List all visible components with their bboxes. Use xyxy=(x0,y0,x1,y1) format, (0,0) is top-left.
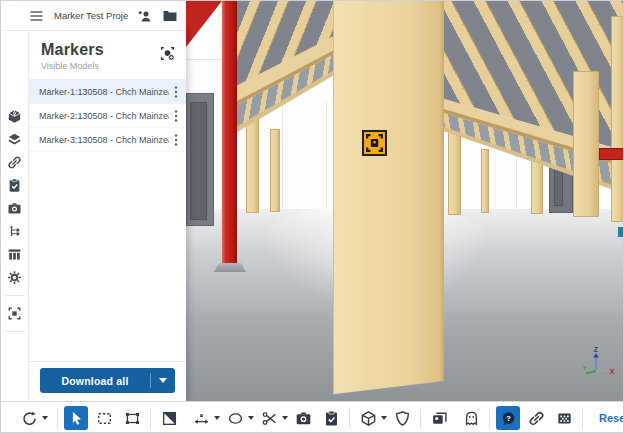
orbit-icon[interactable] xyxy=(17,406,41,430)
axis-y-label: Y xyxy=(583,365,587,371)
toolbar-divider xyxy=(349,407,350,429)
bottom-toolbar: ? Reset model xyxy=(1,401,624,433)
red-steel-column[interactable] xyxy=(222,1,237,265)
marker-list-item[interactable]: Marker-2:130508 - Chch Mainzeal T... xyxy=(29,104,186,128)
link-icon[interactable] xyxy=(7,155,22,170)
measure-icon[interactable] xyxy=(189,406,213,430)
contrast-clip-icon[interactable] xyxy=(157,406,181,430)
axis-z-label: Z xyxy=(594,346,599,353)
marker-scan-icon[interactable] xyxy=(7,306,22,321)
camera-icon[interactable] xyxy=(7,201,22,216)
panel-subtitle: Visible Models xyxy=(41,61,159,71)
axis-gizmo[interactable]: Z Y X xyxy=(582,345,618,383)
panel-title: Markers xyxy=(41,41,159,59)
chevron-down-icon[interactable] xyxy=(159,378,167,383)
timber-column[interactable] xyxy=(611,16,624,222)
marker-list-item[interactable]: Marker-3:130508 - Chch Mainzeal T... xyxy=(29,128,186,152)
toolbar-divider xyxy=(57,407,58,429)
model-cube-icon[interactable] xyxy=(7,109,22,124)
wall-joint-line xyxy=(282,97,283,209)
toolbar-divider xyxy=(582,407,583,429)
layers-icon[interactable] xyxy=(7,132,22,147)
button-separator xyxy=(150,373,151,388)
svg-text:?: ? xyxy=(506,414,511,423)
chevron-down-icon[interactable] xyxy=(381,416,387,420)
model-viewport[interactable]: Z Y X xyxy=(186,1,624,401)
chevron-down-icon[interactable] xyxy=(214,416,220,420)
hamburger-menu-icon[interactable] xyxy=(28,8,45,24)
red-steel-brace xyxy=(186,1,222,47)
timber-column[interactable] xyxy=(481,149,489,213)
app-window: Marker Test Project 02 xyxy=(0,0,624,433)
wall-joint-line xyxy=(326,101,327,209)
concrete-core[interactable] xyxy=(186,93,214,226)
marker-label: Marker-3:130508 - Chch Mainzeal T... xyxy=(39,135,169,145)
timber-column[interactable] xyxy=(246,113,259,213)
markers-panel-header: Markers Visible Models xyxy=(29,31,186,80)
toolbar-divider xyxy=(489,407,490,429)
marquee-select-icon[interactable] xyxy=(120,406,144,430)
images-icon[interactable] xyxy=(427,406,451,430)
cube-view-icon[interactable] xyxy=(356,406,380,430)
project-title: Marker Test Project 02 xyxy=(54,10,128,21)
toolbar-divider xyxy=(150,407,151,429)
marker-code-icon[interactable] xyxy=(552,406,576,430)
cut-scissors-icon[interactable] xyxy=(257,406,281,430)
settings-gear-icon[interactable] xyxy=(7,270,22,285)
chevron-down-icon[interactable] xyxy=(42,416,48,420)
timber-column[interactable] xyxy=(270,129,280,212)
tool-sidebar xyxy=(1,31,29,401)
marker-list-item[interactable]: Marker-1:130508 - Chch Mainzeal T... xyxy=(29,80,186,104)
kebab-menu-icon[interactable] xyxy=(169,108,183,124)
panel-empty-space xyxy=(29,152,186,361)
marker-label: Marker-2:130508 - Chch Mainzeal T... xyxy=(39,111,169,121)
sidebar-separator xyxy=(5,295,25,296)
todo-clipboard-icon[interactable] xyxy=(319,406,343,430)
marker-help-icon[interactable]: ? xyxy=(496,406,520,430)
add-marker-scan-icon[interactable] xyxy=(159,45,176,62)
download-bar: Download all xyxy=(29,361,186,401)
clipboard-check-icon[interactable] xyxy=(7,178,22,193)
sidebar-separator xyxy=(5,331,25,332)
snapshot-camera-icon[interactable] xyxy=(291,406,315,430)
kebab-menu-icon[interactable] xyxy=(169,84,183,100)
markers-panel: Markers Visible Models Marker-1:130508 -… xyxy=(29,31,186,401)
axis-x-label: X xyxy=(610,368,615,375)
hierarchy-icon[interactable] xyxy=(7,224,22,239)
person-add-icon[interactable] xyxy=(137,8,153,24)
select-cursor-icon[interactable] xyxy=(64,406,88,430)
chevron-down-icon[interactable] xyxy=(248,416,254,420)
ghost-icon[interactable] xyxy=(459,406,483,430)
marker-list: Marker-1:130508 - Chch Mainzeal T... Mar… xyxy=(29,80,186,152)
ar-marker-badge[interactable] xyxy=(362,130,387,156)
marker-label: Marker-1:130508 - Chch Mainzeal T... xyxy=(39,87,169,97)
data-table-icon[interactable] xyxy=(7,247,22,262)
blue-element xyxy=(618,227,624,237)
rectangle-select-icon[interactable] xyxy=(92,406,116,430)
shield-icon[interactable] xyxy=(390,406,414,430)
toolbar-divider xyxy=(420,407,421,429)
foreground-timber-column[interactable] xyxy=(333,1,444,399)
red-steel-beam[interactable] xyxy=(599,148,624,160)
download-all-label: Download all xyxy=(40,375,150,387)
download-all-button[interactable]: Download all xyxy=(40,368,175,393)
folder-icon[interactable] xyxy=(162,8,178,24)
chevron-down-icon[interactable] xyxy=(282,416,288,420)
reset-model-button[interactable]: Reset model xyxy=(599,412,624,424)
timber-column[interactable] xyxy=(573,71,599,217)
link-icon[interactable] xyxy=(524,406,548,430)
ellipse-markup-icon[interactable] xyxy=(223,406,247,430)
column-base-plate xyxy=(214,263,246,272)
kebab-menu-icon[interactable] xyxy=(169,132,183,148)
project-header: Marker Test Project 02 xyxy=(1,1,186,31)
